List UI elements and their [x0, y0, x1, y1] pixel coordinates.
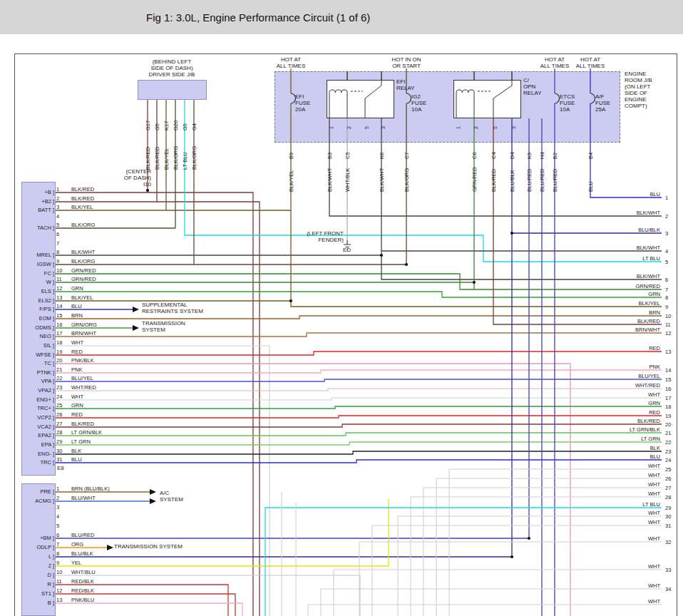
ecm1-pin-label: ENG+ ]	[20, 396, 54, 403]
right-pin-number: 11	[665, 322, 671, 328]
right-wire-color-label: GRN/RED	[589, 283, 660, 289]
ecm1-pin-label: EPA ]	[20, 441, 54, 448]
engine-room-jb-caption: ENGINE ROOM J/B (ON LEFT SIDE OF ENGINE …	[625, 71, 652, 109]
ecm1-wire-color-label: GRN/RED	[71, 276, 96, 282]
ecm1-wire-color-label: BLK/RED	[71, 186, 94, 192]
hot-feed-label: HOT AT ALL TIMES	[274, 56, 308, 69]
right-pin-number: 28	[665, 494, 671, 500]
ecm2-wire-color-label: BLU/RED	[71, 532, 95, 538]
ecm1-pin-label: TRC+ ]	[20, 405, 54, 411]
right-pin-number: 17	[665, 395, 671, 401]
junction-dot	[528, 537, 530, 540]
junction-dot	[510, 232, 513, 235]
drop-wire-color-label: BLK/WHT	[379, 160, 385, 192]
relay-pin-number: 5	[492, 120, 498, 129]
right-wire-color-label: WHT	[589, 598, 660, 605]
ecm1-row-number: 26	[56, 411, 62, 418]
ecm1-row-number: 11	[56, 276, 62, 282]
ecm2-pin-label: L ]	[20, 553, 54, 560]
ecm2-row-number: 10	[56, 569, 62, 575]
right-pin-number: 33	[665, 567, 671, 573]
right-wire-color-label: BLK/WHT	[589, 210, 660, 216]
ecm2-pin-label: ST1 ]	[20, 590, 54, 597]
ecm1-row-number: 21	[56, 366, 62, 373]
wire-wht-blu	[56, 575, 360, 616]
wire-blu	[590, 103, 662, 197]
ecm1-row-number: 22	[56, 375, 62, 381]
wire-wht	[334, 570, 662, 616]
ecm2-row-number: 2	[56, 495, 59, 501]
right-wire-color-label: RED	[589, 345, 660, 351]
component-label: EFI RELAY	[396, 78, 415, 91]
right-wire-color-label: BLU	[589, 453, 660, 460]
ecm1-pin-label: EOM ]	[20, 315, 54, 322]
ecm1-wire-color-label: BLK/YEL	[71, 204, 93, 210]
ecm2-wire-color-label: BLU/WHT	[71, 495, 96, 501]
right-wire-color-label: LT BLU	[589, 501, 660, 508]
ecm2-wire-color-label: RED/BLK	[71, 587, 94, 594]
ecm1-wire-color-label: BLU	[71, 456, 82, 463]
right-pin-number: 9	[665, 304, 668, 310]
drop-pin-id: B3	[327, 147, 333, 159]
right-pin-number: 23	[665, 448, 671, 455]
ecm1-row-number: 16	[56, 322, 62, 328]
right-pin-number: 13	[665, 349, 671, 355]
ecm2-wire-color-label: BLU/BLK	[71, 550, 93, 557]
right-pin-number: 26	[665, 476, 671, 482]
right-wire-color-label: BLK/WHT	[589, 245, 660, 251]
component-label: C/ OPN RELAY	[523, 77, 542, 96]
ecm1-pin-label: ODMS ]	[20, 324, 54, 331]
right-wire-color-label: WHT	[589, 510, 660, 516]
component-label: A/F FUSE 25A	[595, 93, 610, 113]
hot-feed-label: HOT AT ALL TIMES	[573, 56, 607, 69]
right-wire-color-label: GRN	[589, 400, 660, 406]
right-wire-color-label: WHT	[589, 481, 660, 488]
relay-pin-number: 3	[510, 120, 517, 129]
wire-red	[56, 351, 662, 355]
center-dash-note: (CENTER OF DASH) I10	[107, 168, 151, 188]
ecm1-wire-color-label: WHT/RED	[71, 384, 96, 391]
right-wire-color-label: LT BLU	[589, 255, 660, 262]
ecm1-pin-label: F/PS ]	[20, 306, 54, 312]
ecm1-row-number: 24	[56, 394, 62, 400]
jb-pin-id: G5	[182, 112, 188, 130]
ecm1-row-number: 9	[56, 258, 59, 265]
ecm1-pin-label: TRC ]	[20, 459, 54, 466]
ecm1-wire-color-label: BLU	[71, 303, 82, 309]
ecm1-wire-color-label: BLK/YEL	[71, 294, 93, 301]
right-wire-color-label: BLK/YEL	[589, 300, 660, 307]
right-wire-color-label: PNK	[589, 364, 660, 370]
right-wire-color-label: WHT	[589, 472, 660, 478]
drop-wire-color-label: BLU/RED	[552, 160, 558, 192]
ecm1-pin-label: VPA2 ]	[20, 387, 54, 394]
ecm1-row-number: 23	[56, 384, 62, 391]
drop-wire-color-label: GRN/RED	[471, 160, 478, 192]
drop-pin-id: B9	[288, 147, 294, 159]
right-wire-color-label: WHT	[589, 391, 660, 398]
right-wire-color-label: BLU	[589, 191, 660, 197]
ecm2-wire-color-label: WHT/BLU	[71, 569, 96, 575]
jb-pin-id: G20	[173, 112, 179, 130]
ecm1-wire-color-label: BLU/YEL	[71, 375, 93, 381]
fender-note: (LEFT FRONT FENDER)	[289, 230, 344, 243]
right-wire-color-label: WHT/RED	[589, 382, 660, 389]
ecm2-row-number: 9	[56, 560, 59, 566]
ecm1-pin-label: MREL ]	[20, 252, 54, 258]
ecm2-row-number: 4	[56, 513, 59, 520]
system-annotation: TRANSMISSION SYSTEM	[114, 543, 183, 550]
system-arrow-icon	[133, 325, 139, 331]
jb-wire-color-label: BLK/YEL	[163, 133, 170, 170]
relay-pin-number: 3	[380, 120, 386, 129]
drop-pin-id: D4	[509, 147, 515, 159]
figure-title: Fig 1: 3.0L, Engine Performance Circuit …	[146, 11, 370, 24]
relay-pin-number: 5	[364, 120, 370, 129]
right-pin-number: 15	[665, 376, 671, 383]
right-wire-color-label: WHT	[589, 563, 660, 570]
system-arrow-icon	[150, 498, 156, 504]
relay-pin-number: 1	[328, 120, 334, 129]
ecm2-pin-label: D ]	[20, 572, 54, 578]
wire-wht	[436, 478, 662, 616]
ecm1-row-number: 18	[56, 339, 62, 346]
ecm1-pin-label: VCP2 ]	[20, 414, 54, 421]
jb-wire-color-label: BLK/RED	[145, 133, 151, 170]
